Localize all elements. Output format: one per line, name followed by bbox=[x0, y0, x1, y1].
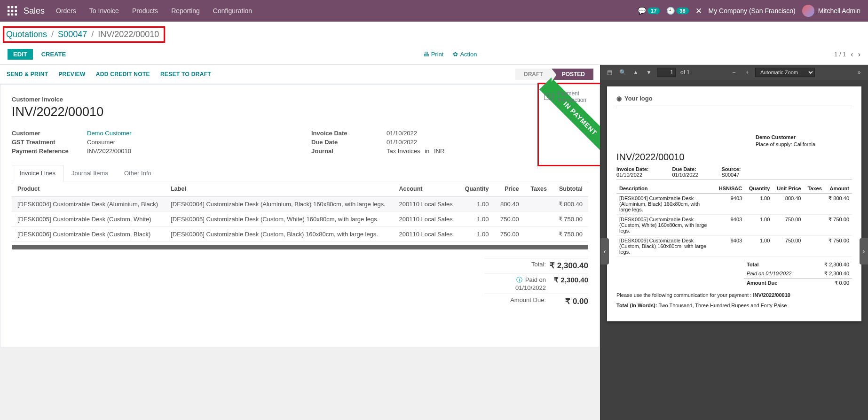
th-subtotal[interactable]: Subtotal bbox=[552, 181, 588, 197]
total-value: ₹ 2,300.40 bbox=[546, 261, 588, 271]
pdf-meta: Invoice Date:01/10/2022 Due Date:01/10/2… bbox=[616, 166, 852, 180]
main-menu: Orders To Invoice Products Reporting Con… bbox=[56, 7, 638, 15]
form-panel: SEND & PRINT PREVIEW ADD CREDIT NOTE RES… bbox=[0, 65, 600, 420]
clock-icon: 🕘 bbox=[666, 7, 675, 15]
pager-prev-icon[interactable]: ‹ bbox=[851, 50, 853, 59]
stage-draft[interactable]: DRAFT bbox=[515, 69, 552, 80]
zoom-select[interactable]: Automatic Zoom bbox=[755, 68, 815, 77]
table-row[interactable]: [DESK0004] Customizable Desk (Aluminium,… bbox=[12, 197, 588, 212]
close-icon[interactable]: ✕ bbox=[695, 6, 702, 16]
label-invoice-date: Invoice Date bbox=[311, 130, 387, 137]
tab-invoice-lines[interactable]: Invoice Lines bbox=[12, 165, 63, 181]
breadcrumb: Quotations / S00047 / INV/2022/00010 bbox=[6, 30, 159, 39]
th-price[interactable]: Price bbox=[494, 181, 524, 197]
breadcrumb-highlight: Quotations / S00047 / INV/2022/00010 bbox=[3, 26, 165, 43]
th-label[interactable]: Label bbox=[165, 181, 393, 197]
payment-transaction-button[interactable]: PaymentTransaction bbox=[544, 90, 586, 103]
tab-journal-items[interactable]: Journal Items bbox=[63, 165, 116, 181]
preview-button[interactable]: PREVIEW bbox=[58, 71, 85, 78]
pdf-customer-block: Demo Customer Place of supply: Californi… bbox=[756, 134, 852, 147]
total-label: Total: bbox=[485, 261, 546, 271]
zoom-in-icon[interactable]: + bbox=[742, 67, 752, 78]
avatar bbox=[802, 5, 814, 17]
user-name: Mitchell Admin bbox=[818, 7, 860, 15]
value-customer[interactable]: Demo Customer bbox=[87, 130, 132, 137]
breadcrumb-row: Quotations / S00047 / INV/2022/00010 bbox=[0, 22, 868, 46]
pdf-expand-icon[interactable]: › bbox=[860, 238, 868, 264]
menu-configuration[interactable]: Configuration bbox=[213, 7, 252, 15]
info-icon[interactable]: ⓘ bbox=[516, 276, 522, 283]
send-print-button[interactable]: SEND & PRINT bbox=[7, 71, 48, 78]
svg-rect-7 bbox=[11, 14, 13, 16]
breadcrumb-current: INV/2022/00010 bbox=[98, 30, 159, 39]
page-up-icon[interactable]: ▲ bbox=[631, 67, 641, 78]
value-gst: Consumer bbox=[87, 139, 115, 146]
table-row[interactable]: [DESK0005] Customizable Desk (Custom, Wh… bbox=[12, 212, 588, 227]
th-account[interactable]: Account bbox=[393, 181, 459, 197]
company-selector[interactable]: My Company (San Francisco) bbox=[709, 7, 796, 15]
menu-orders[interactable]: Orders bbox=[56, 7, 76, 15]
breadcrumb-sep: / bbox=[51, 30, 54, 39]
pdf-words-note: Total (In Words): Two Thousand, Three Hu… bbox=[616, 303, 852, 308]
top-navbar: Sales Orders To Invoice Products Reporti… bbox=[0, 0, 868, 22]
messaging-button[interactable]: 💬17 bbox=[638, 7, 660, 15]
page-down-icon[interactable]: ▼ bbox=[644, 67, 654, 78]
value-journal[interactable]: Tax Invoices bbox=[387, 148, 420, 155]
menu-to-invoice[interactable]: To Invoice bbox=[89, 7, 119, 15]
label-payment-ref: Payment Reference bbox=[12, 148, 87, 155]
user-menu[interactable]: Mitchell Admin bbox=[802, 5, 860, 17]
breadcrumb-order[interactable]: S00047 bbox=[58, 30, 87, 39]
svg-rect-9 bbox=[544, 94, 553, 100]
search-icon[interactable]: 🔍 bbox=[617, 67, 628, 78]
svg-rect-0 bbox=[8, 6, 9, 8]
svg-rect-5 bbox=[15, 10, 17, 12]
svg-rect-4 bbox=[11, 10, 13, 12]
action-button[interactable]: ✿Action bbox=[453, 51, 477, 58]
th-taxes[interactable]: Taxes bbox=[525, 181, 552, 197]
create-button[interactable]: CREATE bbox=[41, 51, 66, 58]
th-quantity[interactable]: Quantity bbox=[459, 181, 494, 197]
value-currency[interactable]: INR bbox=[434, 148, 444, 155]
print-button[interactable]: 🖶Print bbox=[423, 51, 444, 58]
pdf-lines-table: Description HSN/SAC Quantity Unit Price … bbox=[616, 184, 852, 257]
activities-button[interactable]: 🕘38 bbox=[666, 7, 688, 15]
pdf-collapse-icon[interactable]: ‹ bbox=[600, 238, 609, 264]
tabs: Invoice Lines Journal Items Other Info bbox=[12, 165, 588, 181]
pdf-invoice-title: INV/2022/00010 bbox=[616, 152, 852, 163]
edit-button[interactable]: EDIT bbox=[8, 49, 33, 60]
table-scrollbar[interactable] bbox=[12, 245, 588, 249]
payment-icon bbox=[544, 93, 553, 100]
zoom-out-icon[interactable]: − bbox=[729, 67, 739, 78]
journal-in: in bbox=[425, 148, 429, 155]
tab-other-info[interactable]: Other Info bbox=[116, 165, 159, 181]
th-product[interactable]: Product bbox=[12, 181, 165, 197]
label-customer: Customer bbox=[12, 130, 87, 137]
control-panel: EDIT CREATE 🖶Print ✿Action 1 / 1 ‹ › bbox=[0, 46, 868, 65]
pdf-viewer: ▤ 🔍 ▲ ▼ of 1 − + Automatic Zoom » ‹ › ◉Y… bbox=[600, 65, 868, 420]
menu-reporting[interactable]: Reporting bbox=[171, 7, 200, 15]
page-input[interactable] bbox=[657, 68, 676, 77]
table-row: [DESK0004] Customizable Desk (Aluminium,… bbox=[616, 194, 852, 215]
label-due-date: Due Date bbox=[311, 139, 387, 146]
stage-posted[interactable]: POSTED bbox=[552, 69, 593, 80]
pdf-payment-note: Please use the following communication f… bbox=[616, 292, 852, 298]
brand-title[interactable]: Sales bbox=[24, 6, 45, 16]
paid-value: ₹ 2,300.40 bbox=[546, 276, 588, 291]
chat-badge: 17 bbox=[647, 8, 660, 14]
reset-to-draft-button[interactable]: RESET TO DRAFT bbox=[160, 71, 211, 78]
form-title-label: Customer Invoice bbox=[12, 96, 588, 103]
gear-icon: ✿ bbox=[453, 51, 458, 58]
pdf-totals: Total₹ 2,300.40 Paid on 01/10/2022₹ 2,30… bbox=[744, 260, 852, 288]
pager-next-icon[interactable]: › bbox=[858, 50, 860, 59]
tools-icon[interactable]: » bbox=[854, 67, 864, 78]
pdf-page: ◉Your logo Demo Customer Place of supply… bbox=[607, 86, 861, 321]
pdf-body[interactable]: ‹ › ◉Your logo Demo Customer Place of su… bbox=[600, 80, 868, 420]
due-value: ₹ 0.00 bbox=[546, 296, 588, 306]
breadcrumb-quotations[interactable]: Quotations bbox=[6, 30, 47, 39]
add-credit-note-button[interactable]: ADD CREDIT NOTE bbox=[96, 71, 150, 78]
sidebar-toggle-icon[interactable]: ▤ bbox=[604, 67, 615, 78]
table-row[interactable]: [DESK0006] Customizable Desk (Custom, Bl… bbox=[12, 227, 588, 242]
menu-products[interactable]: Products bbox=[132, 7, 158, 15]
svg-rect-1 bbox=[11, 6, 13, 8]
apps-icon[interactable] bbox=[8, 6, 17, 16]
